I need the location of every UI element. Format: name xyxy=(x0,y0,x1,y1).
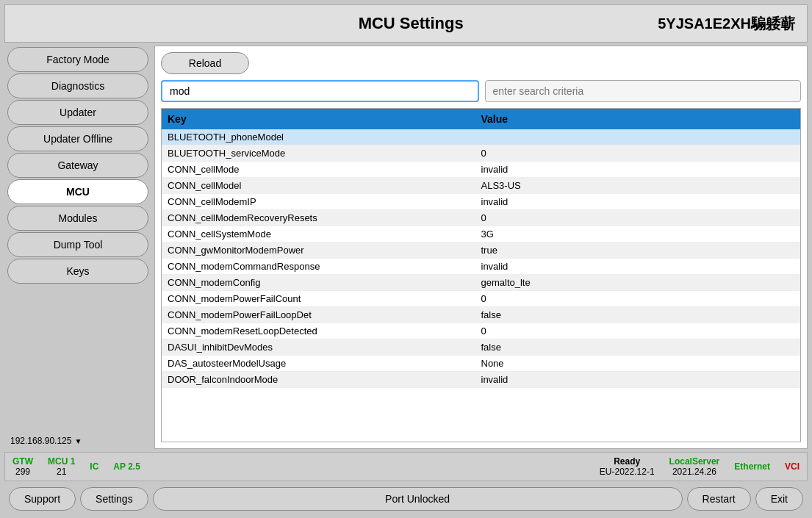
row-value: None xyxy=(481,358,795,369)
table-row[interactable]: CONN_cellMode invalid xyxy=(162,162,800,178)
sidebar-ip: 192.168.90.125 ▼ xyxy=(4,433,151,449)
row-key: DAS_autosteerModelUsage xyxy=(168,358,481,369)
row-key: CONN_cellSystemMode xyxy=(168,229,481,240)
table-row[interactable]: CONN_modemCommandResponse invalid xyxy=(162,259,800,275)
table-row[interactable]: BLUETOOTH_phoneModel xyxy=(162,129,800,145)
table-scroll: BLUETOOTH_phoneModel BLUETOOTH_serviceMo… xyxy=(162,129,800,442)
status-local-group: LocalServer 2021.24.26 xyxy=(669,456,720,477)
table-row[interactable]: BLUETOOTH_serviceMode 0 xyxy=(162,145,800,162)
restart-button[interactable]: Restart xyxy=(687,487,751,511)
status-ap-group: AP 2.5 xyxy=(113,461,140,472)
col-header-value: Value xyxy=(481,113,795,125)
sidebar-item-diagnostics[interactable]: Diagnostics xyxy=(7,73,148,98)
port-unlocked-button[interactable]: Port Unlocked xyxy=(153,487,683,511)
status-ap-label: AP 2.5 xyxy=(113,461,140,472)
value-search-input[interactable] xyxy=(485,80,802,102)
row-value: invalid xyxy=(481,374,795,385)
table-row[interactable]: CONN_modemResetLoopDetected 0 xyxy=(162,323,800,339)
row-key: BLUETOOTH_serviceMode xyxy=(168,148,481,159)
status-mcu-label: MCU 1 xyxy=(48,456,75,467)
settings-button[interactable]: Settings xyxy=(80,487,148,511)
row-value: 0 xyxy=(481,212,795,223)
status-local-label: LocalServer xyxy=(669,456,720,467)
key-search-input[interactable] xyxy=(161,80,479,102)
row-value: gemalto_lte xyxy=(481,277,795,288)
table-row[interactable]: DOOR_falconIndoorMode invalid xyxy=(162,372,800,388)
row-key: CONN_modemPowerFailCount xyxy=(168,293,481,304)
support-button[interactable]: Support xyxy=(9,487,76,511)
row-key: CONN_gwMonitorModemPower xyxy=(168,245,481,256)
row-key: CONN_cellModemIP xyxy=(168,196,481,207)
row-value: 3G xyxy=(481,229,795,240)
status-vci-label: VCI xyxy=(785,461,800,472)
status-ready-sub: EU-2022.12-1 xyxy=(600,467,655,477)
table-row[interactable]: CONN_cellModemRecoveryResets 0 xyxy=(162,210,800,226)
table-row[interactable]: CONN_modemPowerFailCount 0 xyxy=(162,291,800,307)
row-value: invalid xyxy=(481,164,795,175)
status-bar: GTW 299 MCU 1 21 IC AP 2.5 Ready EU-2022… xyxy=(4,452,808,481)
row-key: CONN_modemCommandResponse xyxy=(168,261,481,272)
row-key: CONN_cellModemRecoveryResets xyxy=(168,212,481,223)
bottom-bar: Support Settings Port Unlocked Restart E… xyxy=(4,484,808,514)
row-key: CONN_cellModel xyxy=(168,180,481,191)
status-vci-group: VCI xyxy=(785,461,800,472)
sidebar-item-updater-offline[interactable]: Updater Offline xyxy=(7,126,148,151)
sidebar-item-updater[interactable]: Updater xyxy=(7,100,148,125)
reload-button[interactable]: Reload xyxy=(161,52,249,74)
table-header: Key Value xyxy=(162,109,800,129)
status-gtw-group: GTW 299 xyxy=(12,456,33,477)
status-ic-group: IC xyxy=(90,461,98,472)
table-row[interactable]: CONN_cellSystemMode 3G xyxy=(162,226,800,242)
status-ready-group: Ready EU-2022.12-1 xyxy=(600,456,655,477)
table-row[interactable]: CONN_gwMonitorModemPower true xyxy=(162,242,800,259)
row-key: DOOR_falconIndoorMode xyxy=(168,374,481,385)
row-value: false xyxy=(481,309,795,320)
sidebar-item-mcu[interactable]: MCU xyxy=(7,179,148,204)
page-title: MCU Settings xyxy=(164,14,658,33)
status-gtw-label: GTW xyxy=(12,456,33,467)
vin-display: 5YJSA1E2XH騸躷蕲 xyxy=(658,14,795,34)
chevron-down-icon: ▼ xyxy=(74,437,82,445)
row-key: DASUI_inhibitDevModes xyxy=(168,342,481,353)
table-row[interactable]: DAS_autosteerModelUsage None xyxy=(162,356,800,372)
table-row[interactable]: CONN_modemPowerFailLoopDet false xyxy=(162,307,800,323)
sidebar-item-dump-tool[interactable]: Dump Tool xyxy=(7,232,148,257)
sidebar-item-keys[interactable]: Keys xyxy=(7,259,148,284)
table-row[interactable]: CONN_modemConfig gemalto_lte xyxy=(162,275,800,291)
main-panel: Reload Key Value BLUETOOTH_phoneModel BL… xyxy=(154,46,808,449)
sidebar-item-gateway[interactable]: Gateway xyxy=(7,153,148,178)
status-mcu-group: MCU 1 21 xyxy=(48,456,75,477)
status-gtw-value: 299 xyxy=(15,467,30,477)
row-value: ALS3-US xyxy=(481,180,795,191)
ip-address: 192.168.90.125 xyxy=(10,436,71,446)
content-area: Factory Mode Diagnostics Updater Updater… xyxy=(4,46,808,449)
row-value: 0 xyxy=(481,293,795,304)
row-key: CONN_modemPowerFailLoopDet xyxy=(168,309,481,320)
table-row[interactable]: CONN_cellModemIP invalid xyxy=(162,194,800,210)
search-row xyxy=(161,80,801,102)
sidebar: Factory Mode Diagnostics Updater Updater… xyxy=(4,46,151,449)
row-value xyxy=(481,132,795,143)
row-key: BLUETOOTH_phoneModel xyxy=(168,132,481,143)
table-row[interactable]: DASUI_inhibitDevModes false xyxy=(162,339,800,356)
row-value: true xyxy=(481,245,795,256)
row-value: 0 xyxy=(481,325,795,337)
col-header-key: Key xyxy=(168,113,481,125)
sidebar-item-modules[interactable]: Modules xyxy=(7,206,148,231)
top-bar: MCU Settings 5YJSA1E2XH騸躷蕲 xyxy=(4,4,808,43)
table-row[interactable]: CONN_cellModel ALS3-US xyxy=(162,178,800,194)
status-eth-group: Ethernet xyxy=(734,461,770,472)
table-container: Key Value BLUETOOTH_phoneModel BLUETOOTH… xyxy=(161,108,801,442)
status-ic-label: IC xyxy=(90,461,98,472)
sidebar-item-factory-mode[interactable]: Factory Mode xyxy=(7,47,148,72)
status-local-sub: 2021.24.26 xyxy=(672,467,716,477)
exit-button[interactable]: Exit xyxy=(755,487,803,511)
row-value: invalid xyxy=(481,261,795,272)
status-ready-label: Ready xyxy=(614,456,640,467)
status-mcu-value: 21 xyxy=(57,467,66,477)
row-key: CONN_modemConfig xyxy=(168,277,481,288)
row-value: false xyxy=(481,342,795,353)
sidebar-scroll: Factory Mode Diagnostics Updater Updater… xyxy=(4,46,151,433)
row-key: CONN_cellMode xyxy=(168,164,481,175)
row-value: 0 xyxy=(481,148,795,159)
